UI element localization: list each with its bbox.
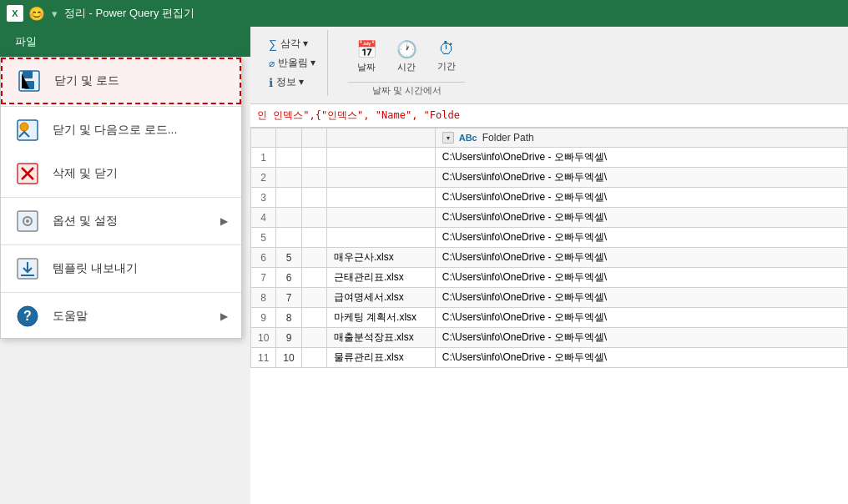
menu-item-close-load[interactable]: 닫기 및 로드 [1, 58, 241, 104]
cell-rownum: 7 [251, 268, 276, 288]
ribbon-round-btn[interactable]: ⌀ 반올림 ▾ [264, 54, 321, 72]
window-title: 정리 - Power Query 편집기 [64, 6, 194, 21]
main-container: 파일 닫기 및 로드 [0, 27, 848, 504]
ribbon-sum-btn[interactable]: ∑ 삼각 ▾ [264, 35, 321, 53]
cell-num [301, 148, 326, 168]
svg-text:?: ? [23, 309, 32, 323]
cell-num [301, 348, 326, 368]
table-row: 2 C:\Users\info\OneDrive - 오빠두엑셀\ [251, 168, 848, 188]
file-tab[interactable]: 파일 [0, 27, 250, 57]
info-icon: ℹ [269, 76, 273, 89]
export-label: 템플릿 내보내기 [53, 261, 228, 276]
excel-icon: X [7, 5, 23, 22]
col-header-name [326, 129, 435, 148]
cell-folder: C:\Users\info\OneDrive - 오빠두엑셀\ [435, 208, 847, 228]
cell-folder: C:\Users\info\OneDrive - 오빠두엑셀\ [435, 228, 847, 248]
menu-item-delete-close[interactable]: 삭제 및 닫기 [1, 152, 241, 195]
cell-folder: C:\Users\info\OneDrive - 오빠두엑셀\ [435, 348, 847, 368]
cell-idx [276, 208, 301, 228]
cell-rownum: 2 [251, 168, 276, 188]
table-row: 8 7 급여명세서.xlsx C:\Users\info\OneDrive - … [251, 288, 848, 308]
cell-idx: 8 [276, 308, 301, 328]
menu-item-options[interactable]: 옵션 및 설정 ▶ [1, 199, 241, 243]
cell-idx: 5 [276, 248, 301, 268]
info-label: 정보 ▾ [276, 75, 304, 89]
cell-num [301, 268, 326, 288]
cell-rownum: 1 [251, 148, 276, 168]
cell-folder: C:\Users\info\OneDrive - 오빠두엑셀\ [435, 268, 847, 288]
menu-item-help[interactable]: ? 도움말 ▶ [1, 295, 241, 338]
round-label: 반올림 ▾ [278, 56, 315, 70]
cell-name [326, 168, 435, 188]
ribbon-info-btn[interactable]: ℹ 정보 ▾ [264, 73, 321, 91]
sum-icon: ∑ [269, 38, 277, 51]
sum-label: 삼각 ▾ [280, 37, 308, 51]
date-icon: 📅 [356, 39, 377, 59]
cell-folder: C:\Users\info\OneDrive - 오빠두엑셀\ [435, 328, 847, 348]
folder-path-label: Folder Path [482, 132, 534, 144]
divider-3 [1, 244, 241, 245]
cell-rownum: 6 [251, 248, 276, 268]
cell-name: 물류관리표.xlsx [326, 348, 435, 368]
cell-idx [276, 228, 301, 248]
cell-num [301, 168, 326, 188]
cell-name [326, 188, 435, 208]
ribbon-time-btn[interactable]: 🕐 시간 [388, 33, 425, 78]
cell-folder: C:\Users\info\OneDrive - 오빠두엑셀\ [435, 188, 847, 208]
cell-num [301, 308, 326, 328]
smiley-icon: 😊 [28, 6, 45, 22]
cell-folder: C:\Users\info\OneDrive - 오빠두엑셀\ [435, 288, 847, 308]
ribbon-date-btn[interactable]: 📅 날짜 [348, 33, 385, 78]
file-dropdown-overlay: 파일 닫기 및 로드 [0, 27, 250, 504]
table-row: 1 C:\Users\info\OneDrive - 오빠두엑셀\ [251, 148, 848, 168]
ribbon-area: ∑ 삼각 ▾ ⌀ 반올림 ▾ ℹ 정보 ▾ 📅 날짜 [250, 27, 848, 104]
cell-num [301, 288, 326, 308]
close-load-label: 닫기 및 로드 [54, 73, 226, 88]
folder-path-filter-btn[interactable]: ▾ [442, 132, 454, 144]
cell-idx: 7 [276, 288, 301, 308]
col-header-num [301, 129, 326, 148]
ribbon-duration-btn[interactable]: ⏱ 기간 [428, 33, 465, 78]
close-load-to-icon [14, 117, 41, 144]
cell-name: 근태관리표.xlsx [326, 268, 435, 288]
cell-num [301, 248, 326, 268]
export-icon [14, 255, 41, 282]
menu-item-export[interactable]: 템플릿 내보내기 [1, 247, 241, 290]
svg-point-4 [20, 123, 28, 131]
cell-idx [276, 188, 301, 208]
table-container[interactable]: ▾ ABc Folder Path 1 C:\Users\info\OneDri… [250, 128, 848, 504]
svg-point-10 [26, 219, 29, 223]
formula-text: 인 인덱스",{"인덱스", "Name", "Folde [257, 108, 460, 123]
duration-label: 기간 [437, 60, 456, 73]
table-row: 7 6 근태관리표.xlsx C:\Users\info\OneDrive - … [251, 268, 848, 288]
menu-item-close-load-to[interactable]: 닫기 및 다음으로 로드... [1, 108, 241, 152]
table-row: 9 8 마케팅 계획서.xlsx C:\Users\info\OneDrive … [251, 308, 848, 328]
cell-num [301, 188, 326, 208]
cell-idx: 9 [276, 328, 301, 348]
cell-name: 매우근사.xlsx [326, 248, 435, 268]
options-arrow: ▶ [220, 215, 228, 227]
options-icon [14, 208, 41, 234]
cell-rownum: 4 [251, 208, 276, 228]
cell-name: 매출분석장표.xlsx [326, 328, 435, 348]
cell-idx [276, 168, 301, 188]
col-header-rownum [251, 129, 276, 148]
col-header-folder-path[interactable]: ▾ ABc Folder Path [435, 129, 847, 148]
table-row: 6 5 매우근사.xlsx C:\Users\info\OneDrive - 오… [251, 248, 848, 268]
table-row: 3 C:\Users\info\OneDrive - 오빠두엑셀\ [251, 188, 848, 208]
date-label: 날짜 [357, 61, 376, 73]
table-row: 5 C:\Users\info\OneDrive - 오빠두엑셀\ [251, 228, 848, 248]
folder-path-header-inner: ▾ ABc Folder Path [442, 132, 840, 144]
table-row: 10 9 매출분석장표.xlsx C:\Users\info\OneDrive … [251, 328, 848, 348]
cell-idx: 6 [276, 268, 301, 288]
help-arrow: ▶ [220, 310, 228, 322]
formula-bar: 인 인덱스",{"인덱스", "Name", "Folde [250, 104, 848, 128]
cell-rownum: 3 [251, 188, 276, 208]
cell-name [326, 148, 435, 168]
cell-name: 급여명세서.xlsx [326, 288, 435, 308]
duration-icon: ⏱ [438, 39, 455, 58]
svg-rect-3 [18, 120, 38, 140]
cell-folder: C:\Users\info\OneDrive - 오빠두엑셀\ [435, 148, 847, 168]
round-icon: ⌀ [269, 58, 275, 69]
delete-close-icon [14, 160, 41, 187]
